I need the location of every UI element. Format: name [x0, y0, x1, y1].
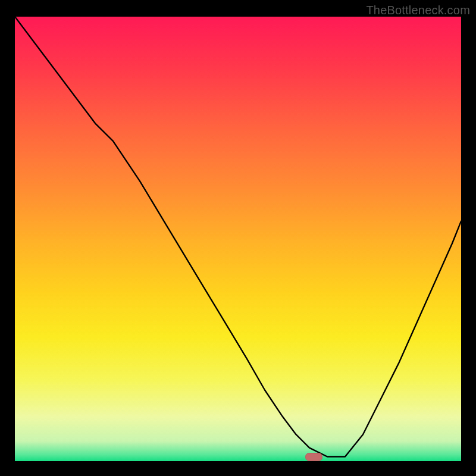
watermark-text: TheBottleneck.com [366, 4, 470, 17]
gradient-background [15, 17, 461, 461]
chart-container: TheBottleneck.com [0, 0, 476, 476]
chart-svg [15, 17, 461, 461]
optimal-marker [306, 453, 322, 461]
plot-area [15, 17, 461, 461]
